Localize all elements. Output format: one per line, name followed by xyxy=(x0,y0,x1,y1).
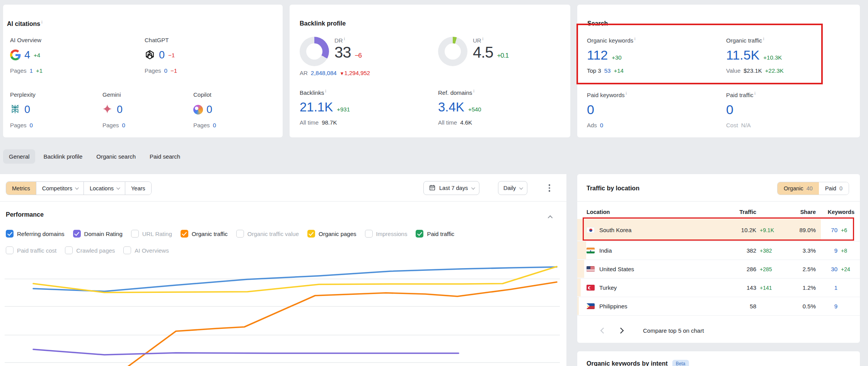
copilot-value[interactable]: 0 xyxy=(206,104,212,116)
south-korea-flag-icon xyxy=(587,227,595,233)
organic-count: 40 xyxy=(807,185,813,192)
info-icon[interactable]: i xyxy=(755,91,755,96)
checkbox-icon xyxy=(307,230,315,238)
date-range-label: Last 7 days xyxy=(439,185,468,191)
checkbox-referring-domains[interactable]: Referring domains xyxy=(6,230,65,238)
ref-domains-delta: +540 xyxy=(468,106,481,113)
chevron-down-icon xyxy=(519,186,523,190)
share-value: 0.5% xyxy=(780,303,816,310)
metrics-button[interactable]: Metrics xyxy=(6,182,36,195)
perplexity-value[interactable]: 0 xyxy=(24,104,30,116)
table-row-philippines[interactable]: Philippines 58 0.5% 9 xyxy=(577,297,860,316)
organic-paid-toggle: Organic 40 Paid 0 xyxy=(777,182,849,195)
checkbox-organic-traffic[interactable]: Organic traffic xyxy=(181,230,228,238)
ref-domains-block: Ref. domainsi 3.4K +540 All time 4.6K xyxy=(438,89,481,126)
traffic-by-location-card: Traffic by location Organic 40 Paid 0 Lo… xyxy=(577,174,860,343)
gemini-value[interactable]: 0 xyxy=(117,104,123,116)
table-row-turkey[interactable]: Turkey 143 +141 1.2% 1 xyxy=(577,279,860,297)
competitors-button[interactable]: Competitors xyxy=(36,182,84,195)
date-range-button[interactable]: Last 7 days xyxy=(423,181,479,195)
intent-card-header: Organic keywords by intent Beta xyxy=(587,360,689,366)
paid-keywords-value[interactable]: 0 xyxy=(587,102,594,117)
google-g-icon xyxy=(10,50,21,60)
ref-domains-value[interactable]: 3.4K xyxy=(438,100,464,115)
chevron-down-icon xyxy=(75,186,79,190)
info-icon[interactable]: i xyxy=(41,20,42,24)
keywords-value[interactable]: 30 xyxy=(816,266,837,272)
checkbox-paid-traffic[interactable]: Paid traffic xyxy=(416,230,454,238)
more-options-button[interactable] xyxy=(544,183,554,193)
traffic-value: 286 xyxy=(721,266,756,272)
organic-keywords-value[interactable]: 112 xyxy=(587,48,608,63)
perplexity-pages: Pages 0 xyxy=(10,122,103,128)
next-page-button[interactable] xyxy=(618,327,624,334)
ai-citations-card: AI citationsi AI Overview 4 +4 Pages 1 +… xyxy=(3,5,283,137)
organic-keywords-by-intent-card: Organic keywords by intent Beta xyxy=(577,351,860,366)
dr-value-row: 33 −6 xyxy=(334,44,362,61)
backlinks-value[interactable]: 21.1K xyxy=(300,100,333,115)
perplexity-icon xyxy=(10,104,21,115)
performance-section-title: Performance xyxy=(6,211,44,218)
organic-traffic-value-row: 11.5K +10.3K xyxy=(726,48,854,63)
tab-organic-search[interactable]: Organic search xyxy=(90,149,142,164)
paid-count: 0 xyxy=(839,185,842,192)
info-icon[interactable]: i xyxy=(763,37,764,41)
backlinks-block: Backlinksi 21.1K +931 All time 98.7K xyxy=(300,89,350,126)
paid-traffic-value[interactable]: 0 xyxy=(726,102,733,117)
table-row-united-states[interactable]: United States 286 +285 2.5% 30 +24 xyxy=(577,260,860,279)
chevron-down-icon xyxy=(471,186,475,190)
checkbox-impressions[interactable]: Impressions xyxy=(365,230,408,238)
dr-delta: −6 xyxy=(355,52,362,60)
checkbox-url-rating[interactable]: URL Rating xyxy=(131,230,172,238)
gemini-label: Gemini xyxy=(102,91,195,98)
checkbox-organic-pages[interactable]: Organic pages xyxy=(307,230,356,238)
keywords-value[interactable]: 9 xyxy=(816,303,837,310)
compare-top5-link[interactable]: Compare top 5 on chart xyxy=(643,327,704,334)
ref-domains-alltime: All time 4.6K xyxy=(438,119,481,126)
backlink-profile-card: Backlink profile DRi 33 −6 URi 4.5 +0.1 … xyxy=(290,5,570,137)
tab-backlink-profile[interactable]: Backlink profile xyxy=(38,149,88,164)
info-icon[interactable]: i xyxy=(634,37,635,41)
organic-keywords-label: Organic keywordsi xyxy=(587,37,715,44)
tab-paid-search[interactable]: Paid search xyxy=(144,149,186,164)
tab-general[interactable]: General xyxy=(3,149,35,164)
organic-traffic-value[interactable]: 11.5K xyxy=(726,48,759,63)
turkey-flag-icon xyxy=(587,285,595,291)
toggle-organic[interactable]: Organic 40 xyxy=(778,182,819,195)
ai-overview-value[interactable]: 4 xyxy=(24,49,30,61)
backlink-profile-title: Backlink profile xyxy=(300,20,346,27)
locations-button[interactable]: Locations xyxy=(84,182,125,195)
collapse-section-button[interactable] xyxy=(549,214,553,221)
checkbox-domain-rating[interactable]: Domain Rating xyxy=(73,230,123,238)
checkbox-organic-traffic-value[interactable]: Organic traffic value xyxy=(236,230,299,238)
organic-keywords-block: Organic keywordsi 112 +30 Top 3 53 +14 xyxy=(587,37,715,74)
beta-badge: Beta xyxy=(672,360,689,366)
search-card: Search Organic keywordsi 112 +30 Top 3 5… xyxy=(577,5,860,137)
ai-citations-title: AI citationsi xyxy=(7,20,42,27)
table-row-india[interactable]: India 382 +382 3.3% 9 +8 xyxy=(577,241,860,260)
info-icon[interactable]: i xyxy=(473,89,474,93)
granularity-button[interactable]: Daily xyxy=(498,181,527,195)
info-icon[interactable]: i xyxy=(626,91,627,96)
years-button[interactable]: Years xyxy=(125,182,151,195)
keywords-value[interactable]: 1 xyxy=(816,284,837,291)
keywords-value[interactable]: 9 xyxy=(816,247,837,254)
ur-donut-chart xyxy=(438,37,467,66)
chatgpt-value[interactable]: 0 xyxy=(159,49,165,61)
table-row-south-korea[interactable]: South Korea 10.2K +9.1K 89.0% 70 +6 xyxy=(577,219,860,241)
value-row: Value $23.1K +22.3K xyxy=(726,67,854,74)
ai-overview-delta: +4 xyxy=(34,52,40,58)
info-icon[interactable]: i xyxy=(483,37,483,41)
checkbox-icon xyxy=(181,230,188,238)
info-icon[interactable]: i xyxy=(344,37,345,41)
toggle-paid[interactable]: Paid 0 xyxy=(819,182,849,195)
info-icon[interactable]: i xyxy=(325,89,326,93)
keywords-value[interactable]: 70 xyxy=(816,227,837,233)
ai-overview-pages: Pages 1 +1 xyxy=(10,67,103,74)
performance-line-chart xyxy=(0,250,566,366)
location-table-header: Location Traffic Share Keywords xyxy=(577,205,860,219)
domain-rating-block: DRi 33 −6 xyxy=(300,37,362,66)
prev-page-button[interactable] xyxy=(600,327,607,334)
ar-value[interactable]: 2,848,084 xyxy=(311,70,337,76)
organic-traffic-delta: +10.3K xyxy=(763,54,782,61)
